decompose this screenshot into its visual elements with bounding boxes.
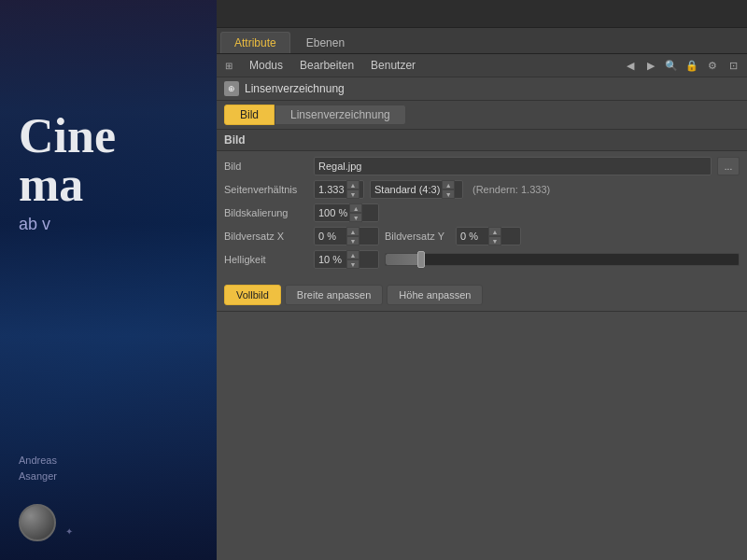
seiten-value: 1.333: [318, 184, 345, 195]
helligkeit-up[interactable]: ▲: [346, 250, 359, 259]
versatz-y-spin[interactable]: ▲ ▼: [488, 227, 501, 245]
menu-modus[interactable]: Modus: [247, 58, 286, 73]
seiten-spin-down[interactable]: ▼: [346, 189, 359, 199]
standard-select[interactable]: Standard (4:3) ▲ ▼: [370, 180, 463, 199]
sub-tab-bild[interactable]: Bild: [224, 105, 275, 125]
menu-icons-right: ◀ ▶ 🔍 🔒 ⚙ ⊡: [622, 57, 741, 74]
menu-bar: ⊞ Modus Bearbeiten Benutzer ◀ ▶ 🔍 🔒 ⚙ ⊡: [217, 54, 747, 77]
standard-spin-down[interactable]: ▼: [442, 189, 455, 199]
bildskal-label: Bildskalierung: [224, 207, 308, 218]
settings-icon[interactable]: ⚙: [704, 57, 721, 74]
versatz-x-up[interactable]: ▲: [346, 227, 359, 236]
bildskal-value: 100 %: [318, 207, 347, 218]
versatz-x-control[interactable]: 0 % ▲ ▼: [314, 227, 379, 245]
section-bild: Bild Bild ... Seitenverhältnis 1.333 ▲ ▼: [217, 130, 747, 312]
search-icon[interactable]: 🔍: [663, 57, 680, 74]
menu-bearbeiten[interactable]: Bearbeiten: [297, 58, 357, 73]
bild-file-input[interactable]: [314, 157, 712, 175]
seiten-value-control[interactable]: 1.333 ▲ ▼: [314, 180, 364, 199]
expand-icon[interactable]: ⊡: [725, 57, 741, 74]
versatz-y-label: Bildversatz Y: [385, 231, 450, 242]
menu-benutzer[interactable]: Benutzer: [368, 58, 418, 73]
versatz-x-spin[interactable]: ▲ ▼: [346, 227, 359, 245]
standard-spin[interactable]: ▲ ▼: [442, 180, 455, 199]
sub-tab-linsen[interactable]: Linsenverzeichnung: [275, 105, 406, 125]
versatz-x-down[interactable]: ▼: [346, 236, 359, 245]
helligkeit-value: 10 %: [318, 254, 345, 265]
tab-bar: Attribute Ebenen: [217, 28, 747, 54]
seiten-spin[interactable]: ▲ ▼: [346, 180, 359, 199]
helligkeit-slider[interactable]: [385, 253, 740, 266]
tab-ebenen[interactable]: Ebenen: [292, 32, 359, 53]
right-panel: Attribute Ebenen ⊞ Modus Bearbeiten Benu…: [217, 0, 747, 560]
photo-panel: Cinema ab v AndreasAsanger ✦: [0, 0, 217, 560]
standard-spin-up[interactable]: ▲: [442, 180, 455, 189]
book-image: Cinema ab v AndreasAsanger ✦: [0, 0, 217, 560]
btn-breite[interactable]: Breite anpassen: [285, 285, 384, 305]
form-row-bild: Bild ...: [224, 157, 740, 175]
nav-right-icon[interactable]: ▶: [642, 57, 659, 74]
versatz-y-down[interactable]: ▼: [488, 236, 501, 245]
form-row-seiten: Seitenverhältnis 1.333 ▲ ▼ Standard (4:3…: [224, 180, 740, 199]
versatz-x-value: 0 %: [318, 231, 345, 242]
sub-tabs: Bild Linsenverzeichnung: [217, 101, 747, 130]
top-bar: [217, 0, 747, 28]
btn-hoehe[interactable]: Höhe anpassen: [387, 285, 483, 305]
book-author: AndreasAsanger: [19, 453, 57, 485]
bild-label: Bild: [224, 161, 308, 172]
helligkeit-down[interactable]: ▼: [346, 259, 359, 269]
versatz-y-value: 0 %: [460, 231, 486, 242]
bildskal-spin-up[interactable]: ▲: [349, 203, 362, 213]
form-row-bildskal: Bildskalierung 100 % ▲ ▼: [224, 203, 740, 222]
versatz-x-label: Bildversatz X: [224, 231, 308, 242]
standard-value: Standard (4:3): [374, 184, 440, 195]
versatz-y-up[interactable]: ▲: [488, 227, 501, 236]
form-row-versatz: Bildversatz X 0 % ▲ ▼ Bildversatz Y 0 % …: [224, 227, 740, 245]
seiten-label: Seitenverhältnis: [224, 184, 308, 195]
panel-title-bar: ⊕ Linsenverzeichnung: [217, 77, 747, 101]
versatz-y-control[interactable]: 0 % ▲ ▼: [456, 227, 521, 245]
helligkeit-control[interactable]: 10 % ▲ ▼: [314, 250, 379, 269]
section-header-bild: Bild: [217, 130, 747, 151]
book-title: Cinema: [19, 112, 116, 209]
helligkeit-slider-fill: [386, 254, 421, 265]
bildskal-control[interactable]: 100 % ▲ ▼: [314, 203, 379, 222]
helligkeit-label: Helligkeit: [224, 254, 308, 265]
bildskal-spin[interactable]: ▲ ▼: [349, 203, 362, 222]
bild-browse-btn[interactable]: ...: [717, 157, 740, 175]
bildskal-spin-down[interactable]: ▼: [349, 213, 362, 222]
helligkeit-slider-thumb[interactable]: [417, 251, 425, 268]
helligkeit-spin[interactable]: ▲ ▼: [346, 250, 359, 269]
grid-icon: ⊞: [222, 59, 235, 72]
seiten-spin-up[interactable]: ▲: [346, 180, 359, 189]
buttons-row: Vollbild Breite anpassen Höhe anpassen: [217, 279, 747, 311]
book-dvd-icon: [19, 504, 56, 541]
panel-title-text: Linsenverzeichnung: [245, 82, 345, 95]
btn-vollbild[interactable]: Vollbild: [224, 285, 281, 305]
lock-icon[interactable]: 🔒: [684, 57, 700, 74]
nav-left-icon[interactable]: ◀: [622, 57, 639, 74]
section-content: Bild ... Seitenverhältnis 1.333 ▲ ▼ Stan…: [217, 151, 747, 279]
panel-icon: ⊕: [224, 81, 239, 96]
render-info: (Rendern: 1.333): [472, 184, 550, 195]
book-subtitle: ab v: [19, 215, 50, 234]
book-logo: ✦: [65, 526, 73, 537]
tab-attribute[interactable]: Attribute: [220, 32, 290, 53]
form-row-helligkeit: Helligkeit 10 % ▲ ▼: [224, 250, 740, 269]
